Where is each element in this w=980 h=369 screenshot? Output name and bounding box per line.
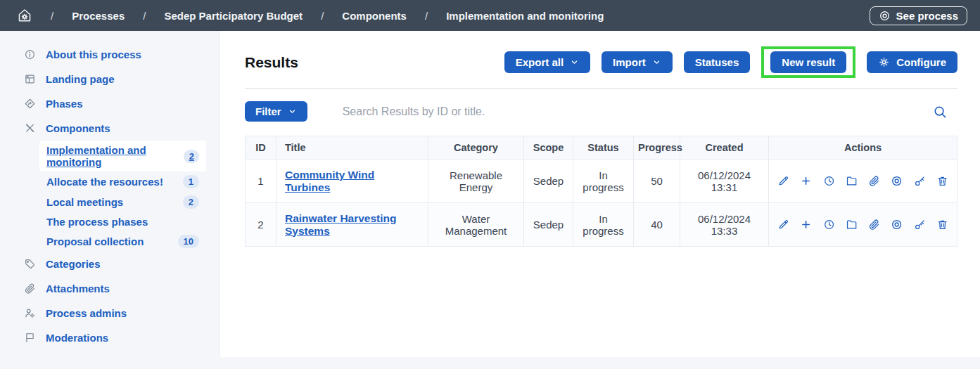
count-badge: 1 [183,175,199,188]
cell-category: Water Management [428,203,524,247]
breadcrumb-separator: / [321,10,324,22]
attachment-icon[interactable] [868,218,880,231]
preview-icon[interactable] [891,174,903,188]
import-button[interactable]: Import [602,51,673,73]
column-header-status: Status [573,136,634,160]
column-header-progress: Progress [634,136,680,160]
search-input[interactable] [343,105,932,118]
column-header-id: ID [246,136,276,160]
column-header-category: Category [428,136,524,160]
configure-button[interactable]: Configure [867,51,957,73]
sidebar-item-attachments[interactable]: Attachments [0,276,219,301]
bottom-strip [0,357,980,369]
new-result-highlight-box: New result [761,46,855,78]
column-header-title: Title [276,136,428,160]
table-row: 2 Rainwater Harvesting Systems Water Man… [246,203,957,247]
cell-id: 1 [246,160,276,203]
row-actions [777,218,948,231]
result-title-link[interactable]: Rainwater Harvesting Systems [285,212,397,237]
attachment-icon[interactable] [868,174,880,188]
new-result-label: New result [782,56,835,68]
user-gear-icon [24,307,36,319]
breadcrumb-item-components[interactable]: Components [342,10,407,22]
sidebar-child-label: Local meetings [46,196,123,208]
sidebar-item-process-admins[interactable]: Process admins [0,301,219,325]
count-badge: 2 [184,150,199,163]
folder-icon[interactable] [846,174,858,188]
statuses-button[interactable]: Statuses [684,51,751,73]
sidebar-item-components[interactable]: Components [0,116,219,141]
sidebar-item-label: Categories [46,258,101,270]
breadcrumb-item-process[interactable]: Sedep Participatory Budget [164,10,303,22]
home-icon[interactable] [17,8,32,23]
sidebar-item-categories[interactable]: Categories [0,252,219,276]
attachment-icon [24,283,36,294]
row-actions [777,174,948,188]
search-button[interactable] [932,104,948,119]
sidebar-item-the-process-phases[interactable]: The process phases [39,212,206,231]
sidebar-item-allocate-the-resources[interactable]: Allocate the resources! 1 [39,171,206,192]
tag-icon [24,258,36,270]
sidebar-item-local-meetings[interactable]: Local meetings 2 [39,192,206,212]
layout-icon [24,73,36,85]
cell-category: Renewable Energy [428,160,524,203]
search-icon [932,104,948,119]
filter-button[interactable]: Filter [245,101,307,122]
flag-icon [24,332,36,344]
sidebar-item-label: Attachments [46,283,110,294]
breadcrumb-separator: / [425,10,428,22]
eye-icon [879,10,891,22]
history-icon[interactable] [823,174,835,188]
sidebar-item-about[interactable]: About this process [0,42,219,67]
result-title-link[interactable]: Community Wind Turbines [285,169,374,193]
folder-icon[interactable] [846,218,858,231]
cell-status: In progress [573,160,634,203]
cell-id: 2 [246,203,276,247]
permissions-icon[interactable] [914,174,926,188]
cell-scope: Sedep [524,160,573,203]
chevron-down-icon [288,107,297,116]
edit-icon[interactable] [777,218,789,231]
sidebar-item-implementation-and-monitoring[interactable]: Implementation and monitoring 2 [39,141,206,171]
sidebar-item-label: Moderations [46,332,108,344]
sidebar-item-proposal-collection[interactable]: Proposal collection 10 [39,231,206,252]
export-all-label: Export all [516,56,564,68]
new-result-button[interactable]: New result [770,51,846,73]
add-icon[interactable] [800,218,812,231]
sidebar-child-label: Implementation and monitoring [46,144,184,168]
cell-progress: 50 [634,160,680,203]
permissions-icon[interactable] [914,218,926,231]
sidebar-item-phases[interactable]: Phases [0,91,219,116]
export-all-button[interactable]: Export all [504,51,590,73]
delete-icon[interactable] [936,174,948,188]
add-icon[interactable] [800,174,812,188]
chevron-down-icon [652,58,661,67]
see-process-button[interactable]: See process [870,6,967,25]
sidebar: About this process Landing page Phases C… [0,31,219,357]
sidebar-child-label: Proposal collection [46,235,144,247]
statuses-label: Statuses [695,56,739,68]
info-icon [24,48,36,60]
column-header-scope: Scope [524,136,573,160]
breadcrumb-separator: / [51,10,53,22]
count-badge: 2 [183,195,199,209]
preview-icon[interactable] [891,218,903,231]
page-title: Results [245,54,298,71]
table-row: 1 Community Wind Turbines Renewable Ener… [246,160,957,203]
main-content: Results Export all Import Statuses New r… [219,31,980,357]
edit-icon[interactable] [777,174,789,188]
topbar: / Processes / Sedep Participatory Budget… [0,0,980,31]
sidebar-item-moderations[interactable]: Moderations [0,325,219,350]
sidebar-item-label: About this process [46,48,141,60]
breadcrumb-item-processes[interactable]: Processes [72,10,125,22]
history-icon[interactable] [823,218,835,231]
cell-scope: Sedep [524,203,573,247]
sidebar-item-landing-page[interactable]: Landing page [0,67,219,91]
column-header-created: Created [680,136,769,160]
route-icon [24,98,36,110]
breadcrumb-item-component[interactable]: Implementation and monitoring [446,10,604,22]
delete-icon[interactable] [936,218,948,231]
cell-created: 06/12/2024 13:33 [680,203,769,247]
sidebar-child-label: The process phases [46,216,148,228]
divider [245,88,957,89]
